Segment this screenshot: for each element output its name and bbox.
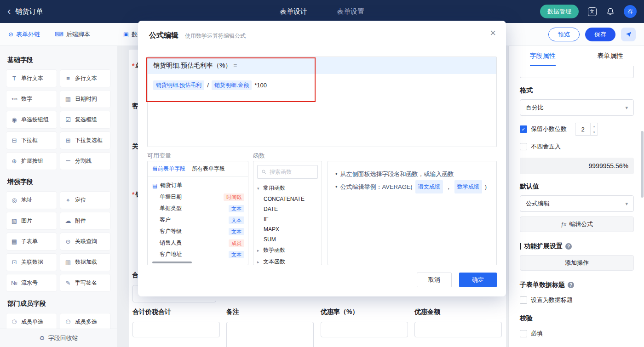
tab-all-form-fields[interactable]: 所有表单字段 — [192, 165, 225, 173]
sidebar-item-checkbox-group[interactable]: ☑复选框组 — [60, 111, 110, 128]
sidebar-item-single-line-text[interactable]: T单行文本 — [6, 70, 57, 87]
set-as-data-title-label: 设置为数据标题 — [531, 296, 573, 304]
tab-current-form-fields[interactable]: 当前表单字段 — [152, 165, 185, 173]
toolbar-link-backend-script[interactable]: ⌨ 后端脚本 — [55, 30, 90, 39]
sidebar-item-data-load[interactable]: ▥数据加载 — [60, 254, 110, 271]
preview-button[interactable]: 预览 — [548, 28, 580, 41]
variable-row[interactable]: 单据类型 文本 — [148, 203, 248, 214]
type-badge: 成员 — [229, 239, 244, 247]
default-value-select[interactable]: 公式编辑 ▾ — [520, 195, 634, 212]
fx-icon: ƒx — [561, 221, 567, 228]
required-asterisk: * — [132, 62, 134, 69]
stepper-down-icon[interactable]: ▾ — [591, 129, 598, 135]
formula-field-tag[interactable]: 销货明细.金额 — [212, 80, 252, 90]
confirm-button[interactable]: 确定 — [459, 273, 497, 287]
single-line-text-icon: T — [11, 75, 18, 82]
field-recycle-bin[interactable]: ♻ 字段回收站 — [0, 329, 117, 347]
field-input[interactable] — [414, 322, 502, 337]
sidebar-item-divider[interactable]: ═分割线 — [60, 153, 110, 170]
variables-hscrollbar[interactable] — [152, 262, 192, 263]
sidebar-item-dropdown[interactable]: ⊟下拉框 — [6, 132, 57, 149]
sidebar-item-radio-group[interactable]: ◉单选按钮组 — [6, 111, 57, 128]
sidebar-item-extend-button[interactable]: ⊕扩展按钮 — [6, 153, 57, 170]
tab-field-properties[interactable]: 字段属性 — [509, 46, 576, 66]
decimal-checkbox-label: 保留小数位数 — [531, 125, 567, 133]
function-item[interactable]: DATE — [253, 204, 322, 214]
formula-field-tag[interactable]: 销货明细.预估毛利 — [153, 80, 204, 90]
help-icon[interactable]: ? — [565, 243, 572, 250]
share-button[interactable] — [621, 28, 636, 41]
variable-row[interactable]: 单据日期 时间戳 — [148, 191, 248, 203]
format-select-value: 百分比 — [526, 103, 544, 112]
avatar[interactable]: 存 — [624, 5, 637, 18]
decimal-checkbox[interactable]: ✓ — [520, 125, 527, 133]
function-group-text[interactable]: ▸ 文本函数 — [253, 256, 322, 265]
tab-form-properties[interactable]: 表单属性 — [576, 46, 644, 66]
variables-tree-root[interactable]: ▤ 销货订单 — [148, 180, 248, 191]
field-input[interactable] — [321, 322, 408, 337]
variable-row[interactable]: 客户 文本 — [148, 214, 248, 226]
save-button[interactable]: 保存 — [585, 28, 615, 41]
formula-operator: / — [207, 82, 209, 89]
function-group-math[interactable]: ▸ 数学函数 — [253, 245, 322, 256]
formula-editor[interactable]: 销货明细.预估毛利率（%） = 销货明细.预估毛利 / 销货明细.金额 *100 — [147, 57, 497, 147]
sidebar-item-related-query[interactable]: ⊙关联查询 — [60, 233, 110, 250]
function-item[interactable]: CONCATENATE — [253, 194, 322, 204]
field-input[interactable] — [132, 322, 220, 337]
data-manage-button[interactable]: 数据管理 — [540, 5, 579, 18]
function-item[interactable]: IF — [253, 214, 322, 224]
sidebar-item-signature[interactable]: ✎手写签名 — [60, 274, 110, 291]
sidebar-item-attachment[interactable]: ☁附件 — [60, 212, 110, 229]
translate-button[interactable]: 文 — [587, 6, 597, 17]
function-item[interactable]: SUM — [253, 234, 322, 245]
document-icon: ▤ — [152, 182, 157, 189]
sidebar-item-serial-number[interactable]: №流水号 — [6, 274, 57, 291]
toolbar-link-external[interactable]: ⊘ 表单外链 — [8, 30, 40, 39]
sidebar-item-location[interactable]: ⌖定位 — [60, 192, 110, 209]
format-label: 格式 — [520, 86, 634, 95]
field-input[interactable] — [226, 322, 314, 347]
script-icon: ⌨ — [55, 31, 63, 38]
data-load-icon: ▥ — [64, 259, 72, 266]
field-name-input-partial[interactable] — [520, 66, 634, 78]
decimal-places-stepper[interactable]: 2 ▴ ▾ — [575, 123, 598, 136]
sidebar-item-datetime[interactable]: ▦日期时间 — [60, 91, 110, 108]
sidebar-item-subform[interactable]: ▤子表单 — [6, 233, 57, 250]
variable-row[interactable]: 销售人员 成员 — [148, 237, 248, 249]
back-icon[interactable]: ‹ — [7, 6, 11, 17]
sidebar-item-image[interactable]: ▧图片 — [6, 212, 57, 229]
no-rounding-checkbox[interactable] — [520, 143, 527, 150]
location-icon: ⌖ — [64, 197, 72, 204]
sidebar-item-multi-line-text[interactable]: ≡多行文本 — [60, 70, 110, 87]
function-search-input[interactable]: 搜索函数 — [257, 165, 318, 179]
sidebar-item-member-multi[interactable]: ⚇成员多选 — [60, 313, 110, 330]
edit-formula-button[interactable]: ƒx 编辑公式 — [520, 216, 634, 232]
add-action-button[interactable]: 添加操作 — [520, 255, 634, 271]
help-icon[interactable]: ? — [568, 282, 574, 288]
function-item[interactable]: MAPX — [253, 224, 322, 234]
sidebar-item-member-single[interactable]: ⚆成员单选 — [6, 313, 57, 330]
member-single-icon: ⚆ — [11, 319, 18, 325]
required-checkbox[interactable] — [520, 330, 527, 337]
sidebar-item-related-data[interactable]: ⊡关联数据 — [6, 254, 57, 271]
subform-icon: ▤ — [11, 238, 18, 245]
close-icon[interactable]: × — [490, 28, 496, 38]
sidebar-item-address[interactable]: ◎地址 — [6, 192, 57, 209]
tab-form-settings[interactable]: 表单设置 — [337, 7, 364, 16]
tab-form-design[interactable]: 表单设计 — [280, 7, 307, 16]
example-field-tag: 语文成绩 — [415, 180, 443, 193]
stepper-up-icon[interactable]: ▴ — [591, 123, 598, 129]
field-label-partial: 关 — [132, 142, 138, 151]
variable-row[interactable]: 客户等级 文本 — [148, 226, 248, 237]
variable-row[interactable]: 客户地址 文本 — [148, 249, 248, 260]
format-select[interactable]: 百分比 ▾ — [520, 99, 634, 116]
panel-scrollbar[interactable] — [641, 131, 644, 198]
cancel-button[interactable]: 取消 — [417, 273, 452, 287]
edit-formula-label: 编辑公式 — [569, 220, 593, 228]
set-as-data-title-checkbox[interactable] — [520, 296, 527, 304]
sidebar-item-multi-dropdown[interactable]: ⊞下拉复选框 — [60, 132, 110, 149]
sidebar-item-number[interactable]: 123数字 — [6, 91, 57, 108]
notification-button[interactable] — [605, 6, 615, 17]
function-group-common[interactable]: ▾ 常用函数 — [253, 182, 322, 194]
section-title-basic-fields: 基础字段 — [7, 56, 109, 64]
